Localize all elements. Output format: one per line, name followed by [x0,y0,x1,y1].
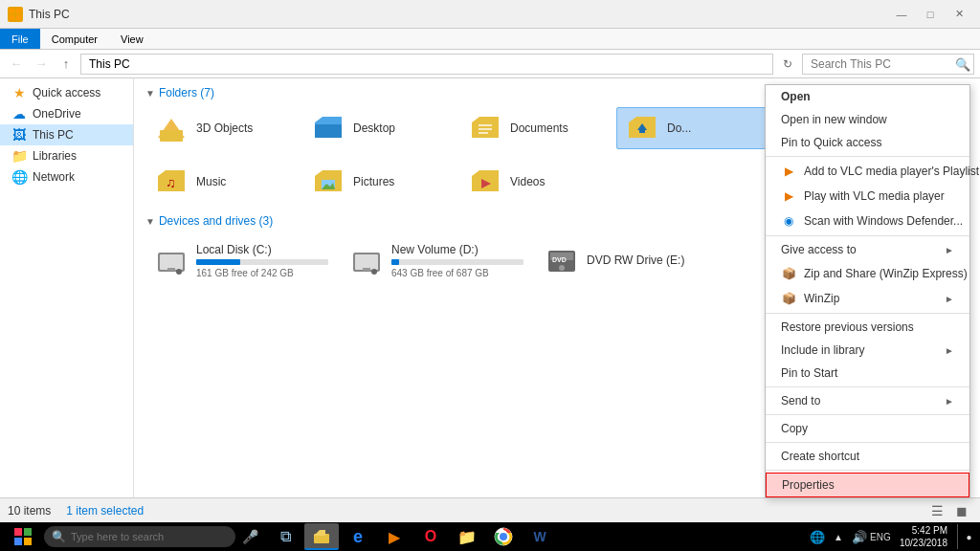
sidebar-item-network[interactable]: 🌐 Network [0,166,133,187]
cm-send-to[interactable]: Send to ► [766,389,969,412]
status-bar: 10 items 1 item selected ☰ ◼ [0,497,980,522]
minimize-button[interactable]: — [888,4,915,25]
ribbon-tab-view[interactable]: View [109,29,155,49]
svg-rect-3 [16,15,21,20]
drive-info-c: Local Disk (C:) 161 GB free of 242 GB [196,243,328,278]
cm-give-access-arrow: ► [945,245,954,255]
folder-icon-documents [468,111,502,145]
back-button[interactable]: ← [6,54,27,75]
drive-name-c: Local Disk (C:) [196,243,328,256]
cm-open-new-window[interactable]: Open in new window [766,108,969,131]
cm-defender-label: ◉ Scan with Windows Defender... [781,213,963,229]
show-desktop-button[interactable]: ● [957,524,976,549]
files-button[interactable]: 📁 [450,523,484,550]
cm-winzip-express-label: 📦 Zip and Share (WinZip Express) [781,266,968,281]
folder-icon-pictures [311,165,345,199]
cm-restore-versions[interactable]: Restore previous versions [766,316,969,339]
tray-expand-icon[interactable]: ▲ [829,524,848,549]
cm-properties[interactable]: Properties [766,473,969,497]
svg-rect-2 [10,15,14,20]
cm-pin-start[interactable]: Pin to Start [766,362,969,385]
details-view-button[interactable]: ☰ [926,500,947,521]
cm-give-access[interactable]: Give access to ► [766,238,969,261]
cm-copy[interactable]: Copy [766,417,969,440]
cm-defender[interactable]: ◉ Scan with Windows Defender... [766,209,969,233]
title-bar-left: This PC [8,7,70,22]
drive-icon-c [154,243,189,277]
drive-item-d[interactable]: New Volume (D:) 643 GB free of 687 GB [341,235,532,285]
cm-open-label: Open [781,90,811,103]
network-icon: 🌐 [11,169,27,185]
cm-winzip-express[interactable]: 📦 Zip and Share (WinZip Express) [766,261,969,286]
opera-button[interactable]: O [413,523,448,550]
tray-volume-icon[interactable]: 🔊 [850,524,869,549]
tray-clock[interactable]: 5:42 PM 10/23/2018 [894,524,953,549]
folder-item-desktop[interactable]: Desktop [302,107,456,149]
svg-rect-6 [479,124,492,126]
search-button[interactable]: 🔍 [955,56,970,71]
explorer-button[interactable] [304,523,339,550]
drive-item-c[interactable]: Local Disk (C:) 161 GB free of 242 GB [145,235,337,285]
vlc-taskbar-button[interactable]: ▶ [377,523,412,550]
cm-sep-6 [766,442,969,443]
winzip-icon-2: 📦 [781,291,796,306]
ribbon-tab-file[interactable]: File [0,29,40,49]
sidebar-item-libraries[interactable]: 📁 Libraries [0,145,133,166]
window-title: This PC [29,8,70,21]
ribbon-tab-computer[interactable]: Computer [40,29,109,49]
folder-item-pictures[interactable]: Pictures [302,161,456,203]
tray-lang-label[interactable]: ENG [871,524,890,549]
sidebar-label-libraries: Libraries [33,149,77,163]
taskbar: 🔍 🎤 ⧉ e ▶ O 📁 W 🌐 ▲ 🔊 ENG 5:42 PM 10/23/… [0,522,980,551]
cm-properties-label: Properties [782,478,835,492]
quick-access-icon: ★ [11,85,27,100]
cm-include-library[interactable]: Include in library ► [766,339,969,362]
folder-icon-desktop [311,111,345,145]
taskbar-apps: ⧉ e ▶ O 📁 W [268,523,557,550]
maximize-button[interactable]: □ [917,4,944,25]
sidebar-item-quick-access[interactable]: ★ Quick access [0,82,133,103]
sidebar-item-onedrive[interactable]: ☁ OneDrive [0,103,133,124]
folder-item-videos[interactable]: Videos [459,161,612,203]
chrome-button[interactable] [486,523,521,550]
folders-toggle[interactable]: ▼ [145,88,155,99]
tray-network-icon[interactable]: 🌐 [808,524,827,549]
cm-vlc-playlist[interactable]: ▶ Add to VLC media player's Playlist [766,159,969,184]
cm-winzip[interactable]: 📦 WinZip ► [766,286,969,311]
tiles-view-button[interactable]: ◼ [951,500,972,521]
forward-button[interactable]: → [31,54,52,75]
refresh-button[interactable]: ↻ [777,54,798,75]
svg-rect-8 [479,132,488,134]
this-pc-icon: 🖼 [11,127,27,143]
breadcrumb-thispc: This PC [89,57,130,71]
cm-pin-quick-access[interactable]: Pin to Quick access [766,131,969,154]
taskview-button[interactable]: ⧉ [268,523,302,550]
start-button[interactable] [4,524,42,549]
svg-point-33 [500,533,507,540]
taskbar-search-icon: 🔍 [52,530,66,543]
edge-button[interactable]: e [341,523,375,550]
up-button[interactable]: ↑ [56,54,77,75]
svg-rect-30 [24,538,32,545]
cm-sep-1 [766,156,969,157]
word-button[interactable]: W [523,523,557,550]
folder-item-documents[interactable]: Documents [459,107,612,149]
drive-item-e[interactable]: DVD DVD RW Drive (E:) [536,235,727,285]
address-field[interactable]: This PC [80,54,773,75]
drive-bar-d [391,259,523,265]
search-input[interactable] [802,54,974,75]
folder-item-downloads[interactable]: Do... [616,107,769,149]
taskbar-search-wrapper: 🔍 [44,526,235,547]
sidebar-label-quick-access: Quick access [33,86,100,99]
taskbar-search-input[interactable] [44,526,235,547]
cm-vlc-play[interactable]: ▶ Play with VLC media player [766,184,969,209]
sidebar-item-this-pc[interactable]: 🖼 This PC [0,124,133,145]
drives-toggle[interactable]: ▼ [145,216,155,227]
cm-create-shortcut[interactable]: Create shortcut [766,445,969,468]
folder-item-music[interactable]: ♫ Music [145,161,299,203]
sidebar: ★ Quick access ☁ OneDrive 🖼 This PC 📁 Li… [0,78,134,499]
close-button[interactable]: ✕ [946,4,972,25]
taskbar-mic-button[interactable]: 🎤 [237,524,262,549]
folder-item-3dobjects[interactable]: 3D Objects [145,107,299,149]
cm-open[interactable]: Open [766,85,969,108]
